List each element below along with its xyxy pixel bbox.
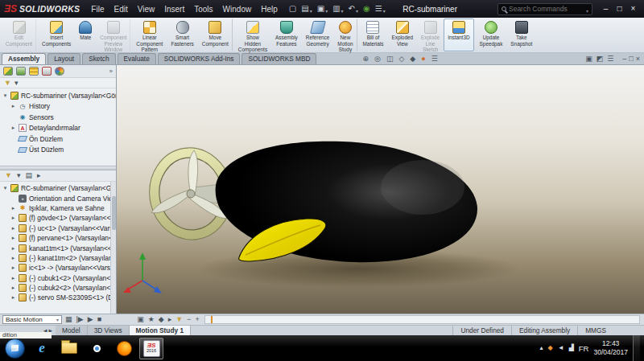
zoom-out-icon[interactable]: − <box>187 316 191 323</box>
configuration-manager-icon[interactable] <box>29 67 39 76</box>
show-desktop-button[interactable] <box>633 335 640 361</box>
expand-arrow-icon[interactable]: ▸ <box>10 225 16 232</box>
calculate-icon[interactable]: ▦ <box>65 316 72 323</box>
tree-item[interactable]: Sensors <box>0 112 116 123</box>
ribbon-button[interactable]: Update Speedpak <box>476 18 507 51</box>
tree-item[interactable]: ▸ Işıklar, Kamera ve Sahne <box>0 203 116 213</box>
ribbon-button[interactable]: Insert Components <box>38 18 75 51</box>
add-key-icon[interactable]: ▸ <box>168 316 172 323</box>
doc-close-icon[interactable]: × <box>636 55 640 63</box>
doc-restore-icon[interactable]: □ <box>629 55 633 63</box>
expand-arrow-icon[interactable]: ▸ <box>10 103 16 109</box>
tree-item[interactable]: ▸ (-) cubuk2<2> (Varsayılan<< <box>0 283 116 293</box>
menu-item[interactable]: Window <box>218 3 257 15</box>
auto-key-icon[interactable]: ◆ <box>159 316 164 323</box>
volume-icon[interactable]: ◄ <box>558 345 564 351</box>
tree-item[interactable]: ▸ (f) gövde<1> (Varsayılan<<Va <box>0 213 116 223</box>
document-tab[interactable]: 3D Views <box>88 326 130 335</box>
property-manager-icon[interactable] <box>16 67 26 76</box>
display-style-icon[interactable]: ◆ <box>410 55 415 63</box>
ribbon-button[interactable]: Exploded View <box>387 18 417 51</box>
tree-item[interactable]: ▸ (-) cubuk1<2> (Varsayılan<<V <box>0 273 116 283</box>
expand-arrow-icon[interactable]: ▸ <box>10 255 16 261</box>
ribbon-button[interactable]: New Motion Study <box>333 18 357 51</box>
motion-mode-select[interactable]: Basic Motion <box>2 315 62 324</box>
tree-item[interactable]: Üst Düzlem <box>0 145 116 156</box>
scrollbar-thumb[interactable] <box>112 196 116 230</box>
command-tab[interactable]: SOLIDWORKS Add-Ins <box>158 53 241 64</box>
filters-icon[interactable]: ▼ <box>175 316 183 323</box>
tree-root[interactable]: ▾ RC-submariner (Varsayılan<Görün <box>0 90 116 101</box>
tree-item[interactable]: ▸ (f) pervane<1> (Varsayılan<< <box>0 233 116 243</box>
tree-item[interactable]: ▸ (-) uc<1> (Varsayılan<<Varsa <box>0 224 116 233</box>
menu-item[interactable]: View <box>133 3 160 15</box>
view-orientation-icon[interactable]: ◇ <box>398 55 404 63</box>
expand-arrow-icon[interactable]: ▸ <box>10 125 16 131</box>
ribbon-button[interactable]: Explode Line Sketch <box>417 18 444 51</box>
menu-item[interactable]: File <box>86 3 109 15</box>
close-icon[interactable]: × <box>626 5 640 13</box>
command-tab[interactable]: Evaluate <box>118 53 156 64</box>
menu-item[interactable]: Edit <box>109 3 132 15</box>
viewport-canvas[interactable] <box>117 65 644 314</box>
save-animation-icon[interactable]: ▣ <box>137 316 144 323</box>
maximize-icon[interactable]: □ <box>613 5 626 13</box>
ribbon-button[interactable]: Edit Component <box>2 18 36 51</box>
edit-appearance-icon[interactable]: ● <box>421 55 425 63</box>
filter-funnel-icon[interactable]: ▼ <box>4 80 11 87</box>
minimize-icon[interactable]: – <box>599 5 613 13</box>
tree-item[interactable]: Orientation and Camera Views <box>0 193 116 203</box>
expand-arrow-icon[interactable]: ▸ <box>10 285 16 291</box>
menu-item[interactable]: Help <box>256 3 283 15</box>
chevron-down-icon[interactable] <box>586 2 588 16</box>
zoom-fit-icon[interactable]: ◎ <box>374 55 381 63</box>
display-manager-icon[interactable] <box>55 67 64 76</box>
ribbon-button[interactable]: Take Snapshot <box>506 18 536 51</box>
taskbar-solidworks[interactable]: ƎS 2016 <box>139 338 163 359</box>
results-icon[interactable]: ▤ <box>25 172 32 179</box>
quick-tool-button[interactable]: ▤ <box>299 2 313 16</box>
animation-wizard-icon[interactable]: ★ <box>148 316 155 323</box>
expand-arrow-icon[interactable]: ▾ <box>2 92 8 99</box>
expand-arrow-icon[interactable]: ▸ <box>10 275 16 281</box>
quick-tool-button[interactable]: ☰ <box>374 2 387 16</box>
quick-tool-button[interactable]: ▣ <box>316 2 329 16</box>
ribbon-button[interactable]: Component Preview Window <box>96 18 130 51</box>
taskbar-firefox[interactable] <box>112 338 136 359</box>
stop-icon[interactable]: ■ <box>97 316 101 323</box>
tree-scrollbar[interactable] <box>110 182 116 314</box>
taskbar-internet-explorer[interactable]: e <box>30 338 54 359</box>
ribbon-button[interactable]: Mate <box>75 18 96 51</box>
tray-expand-icon[interactable]: ▴ <box>540 345 543 351</box>
ribbon-button[interactable]: Linear Component Pattern <box>132 18 167 51</box>
filter-chevron-icon[interactable]: ▾ <box>17 172 21 179</box>
viewport[interactable] <box>117 65 644 314</box>
tree-item[interactable]: ▸ (-) servo SM-S2309S<1> (Df <box>0 293 116 302</box>
search-commands-box[interactable] <box>497 3 592 15</box>
hide-show-items-icon[interactable]: ◫ <box>386 55 394 63</box>
expand-arrow-icon[interactable]: ▸ <box>10 265 16 271</box>
tree-item[interactable]: ▸ (-) kanat1tm<2> (Varsayılan< <box>0 253 116 263</box>
command-tab[interactable]: SOLIDWORKS MBD <box>242 53 316 64</box>
zoom-in-icon[interactable]: + <box>195 316 199 323</box>
taskbar-chrome[interactable] <box>85 338 109 359</box>
command-tab[interactable]: Assembly <box>2 53 46 64</box>
command-tab[interactable]: Layout <box>47 53 80 64</box>
command-tab[interactable]: Sketch <box>82 53 115 64</box>
expand-arrow-icon[interactable]: ▾ <box>2 185 8 191</box>
tree-root[interactable]: ▾ RC-submariner (Varsayılan<Görün <box>0 183 116 193</box>
menu-item[interactable]: Tools <box>189 3 217 15</box>
notification-icon[interactable]: ◆ <box>548 345 553 351</box>
quick-tool-button[interactable]: ◉ <box>361 5 372 13</box>
dimxpert-manager-icon[interactable] <box>42 67 52 76</box>
feature-manager-icon[interactable] <box>3 67 13 76</box>
document-tab[interactable]: Model <box>56 326 88 335</box>
take-snapshot-icon[interactable]: ▣ <box>585 55 592 63</box>
doc-minimize-icon[interactable]: – <box>622 55 626 63</box>
panel-overflow-chevron[interactable] <box>109 68 113 75</box>
language-indicator[interactable]: FR <box>579 344 589 353</box>
ribbon-button[interactable]: Bill of Materials <box>359 18 388 51</box>
funnel-icon[interactable]: ▼ <box>5 172 12 179</box>
ribbon-button[interactable]: Smart Fasteners <box>167 18 197 51</box>
key-flag-icon[interactable]: ▸ <box>37 172 41 179</box>
